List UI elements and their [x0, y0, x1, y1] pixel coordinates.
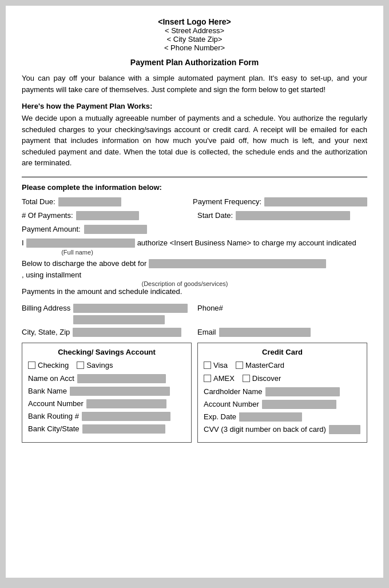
email-input[interactable] [219, 328, 311, 337]
city-state-zip-group: City, State, Zip [22, 328, 192, 337]
credit-card-box: Credit Card Visa MasterCard AMEX [197, 343, 367, 443]
mastercard-checkbox-item: MasterCard [236, 361, 284, 370]
page: <Insert Logo Here> < Street Address> < C… [6, 6, 383, 578]
cvv-row: CVV (3 digit number on back of card) [204, 425, 361, 434]
exp-date-label: Exp. Date [204, 412, 236, 421]
bank-routing-row: Bank Routing # [28, 412, 185, 421]
checking-savings-checkboxes: Checking Savings [28, 361, 185, 370]
bank-routing-input[interactable] [82, 412, 170, 421]
city-state-zip-input[interactable] [73, 328, 181, 337]
checking-checkbox[interactable] [28, 361, 35, 369]
cardholder-name-row: Cardholder Name [204, 387, 361, 396]
intro-text: You can pay off your balance with a simp… [22, 73, 367, 95]
visa-mastercard-row: Visa MasterCard [204, 361, 361, 370]
phone-group: Phone# [197, 304, 367, 312]
name-on-acct-label: Name on Acct [28, 374, 74, 383]
account-number-row: Account Number [28, 399, 185, 408]
debt-row: Below to discharge the above debt for , … [22, 259, 367, 279]
visa-checkbox[interactable] [204, 361, 211, 369]
checking-savings-box: Checking/ Savings Account Checking Savin… [22, 343, 192, 443]
amex-label: AMEX [213, 374, 235, 383]
city-state-zip: < City State Zip> [22, 35, 367, 43]
savings-label: Savings [86, 361, 113, 370]
name-on-acct-row: Name on Acct [28, 374, 185, 383]
payment-amount-input[interactable] [84, 225, 147, 234]
how-it-works-body: We decide upon a mutually agreeable numb… [22, 113, 367, 169]
complete-below-label: Please complete the information below: [22, 183, 367, 192]
row-payments-startdate: # Of Payments: Start Date: [22, 211, 367, 220]
visa-checkbox-item: Visa [204, 361, 228, 370]
name-on-acct-input[interactable] [77, 374, 166, 383]
account-number-input[interactable] [86, 399, 166, 408]
savings-checkbox[interactable] [77, 361, 84, 369]
discover-checkbox[interactable] [243, 375, 250, 382]
phone-label: Phone# [197, 304, 223, 312]
cc-account-number-label: Account Number [204, 400, 259, 408]
logo-text: <Insert Logo Here> [22, 17, 367, 26]
discover-checkbox-item: Discover [243, 374, 281, 383]
visa-label: Visa [213, 361, 228, 370]
payment-amount-label: Payment Amount: [22, 225, 81, 233]
checking-label: Checking [38, 361, 69, 370]
bank-city-state-input[interactable] [82, 424, 165, 434]
amex-discover-row: AMEX Discover [204, 374, 361, 383]
payment-frequency-group: Payment Frequency: [193, 197, 367, 206]
cardholder-name-input[interactable] [265, 387, 340, 396]
total-due-input[interactable] [58, 197, 121, 206]
billing-address-input[interactable] [73, 304, 188, 313]
billing-address-label: Billing Address [22, 304, 70, 312]
bank-name-row: Bank Name [28, 387, 185, 396]
street-address: < Street Address> [22, 26, 367, 35]
mastercard-checkbox[interactable] [236, 361, 243, 369]
header: <Insert Logo Here> < Street Address> < C… [22, 17, 367, 52]
city-email-row: City, State, Zip Email [22, 328, 367, 337]
bank-name-input[interactable] [70, 387, 170, 396]
checking-checkbox-item: Checking [28, 361, 69, 370]
row-payment-amount: Payment Amount: [22, 225, 367, 234]
checking-savings-title: Checking/ Savings Account [28, 348, 185, 356]
num-payments-input[interactable] [76, 211, 139, 220]
cc-account-number-input[interactable] [262, 400, 336, 409]
cc-account-number-row: Account Number [204, 400, 361, 409]
cvv-input[interactable] [329, 425, 360, 434]
start-date-input[interactable] [236, 211, 350, 220]
billing-address-inputs [73, 304, 188, 324]
using-installment-text: , using installment [22, 271, 81, 279]
savings-checkbox-item: Savings [77, 361, 113, 370]
full-name-label: (Full name) [23, 249, 132, 256]
num-payments-label: # Of Payments: [22, 211, 73, 220]
description-label: (Description of goods/services) [96, 280, 273, 287]
full-name-input[interactable] [26, 239, 135, 248]
amex-checkbox[interactable] [204, 375, 211, 382]
credit-card-title: Credit Card [204, 348, 361, 356]
phone-number: < Phone Number> [22, 43, 367, 52]
below-text: Below to discharge the above debt for [22, 259, 146, 268]
start-date-group: Start Date: [197, 211, 367, 220]
exp-date-input[interactable] [239, 412, 302, 422]
start-date-label: Start Date: [197, 211, 233, 220]
description-input[interactable] [149, 259, 326, 268]
bank-routing-label: Bank Routing # [28, 412, 79, 420]
payment-frequency-input[interactable] [264, 197, 367, 206]
exp-date-row: Exp. Date [204, 412, 361, 422]
authorize-text: authorize <Insert Business Name> to char… [137, 239, 356, 247]
payment-frequency-label: Payment Frequency: [193, 197, 261, 206]
bank-city-state-label: Bank City/State [28, 424, 80, 433]
accounts-section: Checking/ Savings Account Checking Savin… [22, 343, 367, 443]
billing-address-group: Billing Address [22, 304, 192, 324]
discover-label: Discover [252, 374, 281, 383]
email-label: Email [197, 328, 216, 336]
city-state-zip-label: City, State, Zip [22, 328, 70, 336]
bank-city-state-row: Bank City/State [28, 424, 185, 434]
billing-phone-row: Billing Address Phone# [22, 304, 367, 324]
account-number-label: Account Number [28, 399, 84, 408]
mastercard-label: MasterCard [245, 361, 284, 370]
payments-text: Payments in the amount and schedule indi… [22, 287, 367, 296]
cvv-label: CVV (3 digit number on back of card) [204, 425, 326, 434]
row-total-frequency: Total Due: Payment Frequency: [22, 197, 367, 206]
section-divider [22, 177, 367, 177]
cardholder-name-label: Cardholder Name [204, 387, 263, 396]
how-it-works-title: Here's how the Payment Plan Works: [22, 102, 367, 110]
billing-address-input2[interactable] [73, 315, 165, 324]
email-group: Email [197, 328, 367, 337]
